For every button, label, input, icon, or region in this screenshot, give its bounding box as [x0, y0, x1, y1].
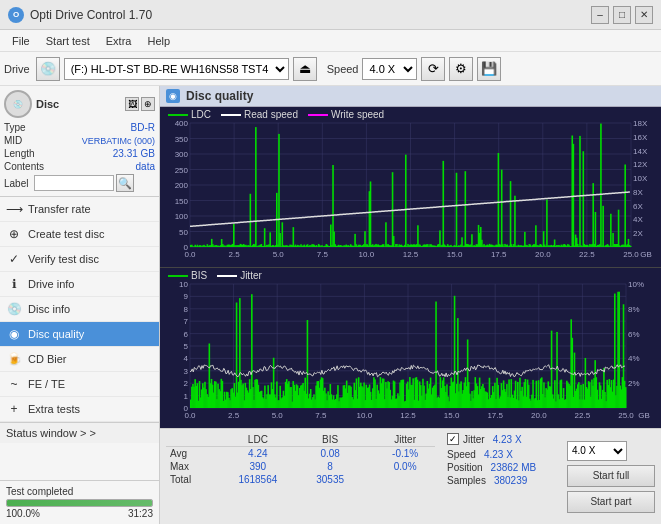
label-input[interactable] — [34, 175, 114, 191]
app-icon: O — [8, 7, 24, 23]
bis-legend: BIS Jitter — [168, 270, 262, 281]
sidebar: 💿 Disc 🖼 ⊕ Type BD-R MID VERBATIMc (000)… — [0, 86, 160, 524]
length-key: Length — [4, 148, 35, 159]
drive-icon-btn[interactable]: 💿 — [36, 57, 60, 81]
speed-value: 4.23 X — [493, 434, 522, 445]
col-header-bis: BIS — [299, 433, 362, 447]
col-header-ldc: LDC — [217, 433, 299, 447]
type-value: BD-R — [131, 122, 155, 133]
drive-label: Drive — [4, 63, 30, 75]
position-value: 23862 MB — [491, 462, 537, 473]
avg-bis: 0.08 — [299, 447, 362, 461]
speed-label: Speed — [327, 63, 359, 75]
chart-icon: ◉ — [166, 89, 180, 103]
bis-chart: BIS Jitter — [160, 268, 661, 428]
nav-items: ⟶ Transfer rate ⊕ Create test disc ✓ Ver… — [0, 197, 159, 422]
speed-select[interactable]: 4.0 X — [362, 58, 417, 80]
label-browse-button[interactable]: 🔍 — [116, 174, 134, 192]
jitter-panel: ✓ Jitter 4.23 X Speed 4.23 X Position 23… — [441, 429, 561, 524]
start-part-button[interactable]: Start part — [567, 491, 655, 513]
speed-controls-select[interactable]: 4.0 X — [567, 441, 627, 461]
toolbar: Drive 💿 (F:) HL-DT-ST BD-RE WH16NS58 TST… — [0, 52, 661, 86]
menu-file[interactable]: File — [4, 33, 38, 49]
total-blank — [361, 473, 375, 486]
menu-start-test[interactable]: Start test — [38, 33, 98, 49]
sidebar-item-fe-te[interactable]: ~ FE / TE — [0, 372, 159, 397]
eject-button[interactable]: ⏏ — [293, 57, 317, 81]
extra-tests-label: Extra tests — [28, 403, 80, 415]
chart-title: Disc quality — [186, 89, 253, 103]
avg-jitter: -0.1% — [375, 447, 435, 461]
sidebar-item-transfer-rate[interactable]: ⟶ Transfer rate — [0, 197, 159, 222]
col-header-blank2 — [361, 433, 375, 447]
sidebar-item-drive-info[interactable]: ℹ Drive info — [0, 272, 159, 297]
extra-tests-icon: + — [6, 401, 22, 417]
disc-panel: 💿 Disc 🖼 ⊕ Type BD-R MID VERBATIMc (000)… — [0, 86, 159, 197]
contents-key: Contents — [4, 161, 44, 172]
sidebar-item-verify-test-disc[interactable]: ✓ Verify test disc — [0, 247, 159, 272]
sidebar-item-disc-info[interactable]: 💿 Disc info — [0, 297, 159, 322]
type-key: Type — [4, 122, 26, 133]
avg-ldc: 4.24 — [217, 447, 299, 461]
progress-bar — [6, 499, 153, 507]
status-window-label: Status window > > — [6, 427, 96, 439]
max-blank — [361, 460, 375, 473]
transfer-rate-icon: ⟶ — [6, 201, 22, 217]
samples-label: Samples — [447, 475, 486, 486]
ldc-chart: LDC Read speed Write speed — [160, 107, 661, 268]
sidebar-item-create-test-disc[interactable]: ⊕ Create test disc — [0, 222, 159, 247]
bis-legend-bis: BIS — [191, 270, 207, 281]
disc-info-label: Disc info — [28, 303, 70, 315]
right-controls: 4.0 X Start full Start part — [561, 429, 661, 524]
minimize-button[interactable]: – — [591, 6, 609, 24]
chart-header: ◉ Disc quality — [160, 86, 661, 107]
avg-blank — [361, 447, 375, 461]
progress-fill — [7, 500, 152, 506]
refresh-button[interactable]: ⟳ — [421, 57, 445, 81]
stats-table: LDC BIS Jitter Avg 4.24 0.08 -0.1% — [160, 429, 441, 524]
content-area: ◉ Disc quality LDC Read speed — [160, 86, 661, 524]
max-label: Max — [166, 460, 217, 473]
save-button[interactable]: 💾 — [477, 57, 501, 81]
disc-info-icon: 💿 — [6, 301, 22, 317]
table-row-max: Max 390 8 0.0% — [166, 460, 435, 473]
start-full-button[interactable]: Start full — [567, 465, 655, 487]
sidebar-item-extra-tests[interactable]: + Extra tests — [0, 397, 159, 422]
drive-select[interactable]: (F:) HL-DT-ST BD-RE WH16NS58 TST4 — [64, 58, 289, 80]
maximize-button[interactable]: □ — [613, 6, 631, 24]
charts-area: LDC Read speed Write speed — [160, 107, 661, 428]
menubar: File Start test Extra Help — [0, 30, 661, 52]
app-title: Opti Drive Control 1.70 — [30, 8, 591, 22]
titlebar: O Opti Drive Control 1.70 – □ ✕ — [0, 0, 661, 30]
col-header-blank — [166, 433, 217, 447]
fe-te-icon: ~ — [6, 376, 22, 392]
ldc-legend-ldc: LDC — [191, 109, 211, 120]
jitter-checkbox[interactable]: ✓ — [447, 433, 459, 445]
disc-quality-label: Disc quality — [28, 328, 84, 340]
max-jitter: 0.0% — [375, 460, 435, 473]
col-header-jitter: Jitter — [375, 433, 435, 447]
ldc-legend-writespeed: Write speed — [331, 109, 384, 120]
disc-panel-icon1[interactable]: 🖼 — [125, 97, 139, 111]
disc-panel-icon2[interactable]: ⊕ — [141, 97, 155, 111]
window-controls: – □ ✕ — [591, 6, 653, 24]
total-ldc: 1618564 — [217, 473, 299, 486]
mid-value: VERBATIMc (000) — [82, 136, 155, 146]
settings-button[interactable]: ⚙ — [449, 57, 473, 81]
table-row-avg: Avg 4.24 0.08 -0.1% — [166, 447, 435, 461]
close-button[interactable]: ✕ — [635, 6, 653, 24]
bis-canvas — [160, 268, 661, 426]
total-label: Total — [166, 473, 217, 486]
stats-panel: LDC BIS Jitter Avg 4.24 0.08 -0.1% — [160, 428, 661, 524]
menu-help[interactable]: Help — [139, 33, 178, 49]
verify-test-disc-label: Verify test disc — [28, 253, 99, 265]
disc-icon: 💿 — [4, 90, 32, 118]
cd-bier-label: CD Bier — [28, 353, 67, 365]
sidebar-item-cd-bier[interactable]: 🍺 CD Bier — [0, 347, 159, 372]
total-jitter — [375, 473, 435, 486]
main-layout: 💿 Disc 🖼 ⊕ Type BD-R MID VERBATIMc (000)… — [0, 86, 661, 524]
menu-extra[interactable]: Extra — [98, 33, 140, 49]
max-bis: 8 — [299, 460, 362, 473]
sidebar-item-disc-quality[interactable]: ◉ Disc quality — [0, 322, 159, 347]
status-window-button[interactable]: Status window > > — [0, 422, 159, 443]
